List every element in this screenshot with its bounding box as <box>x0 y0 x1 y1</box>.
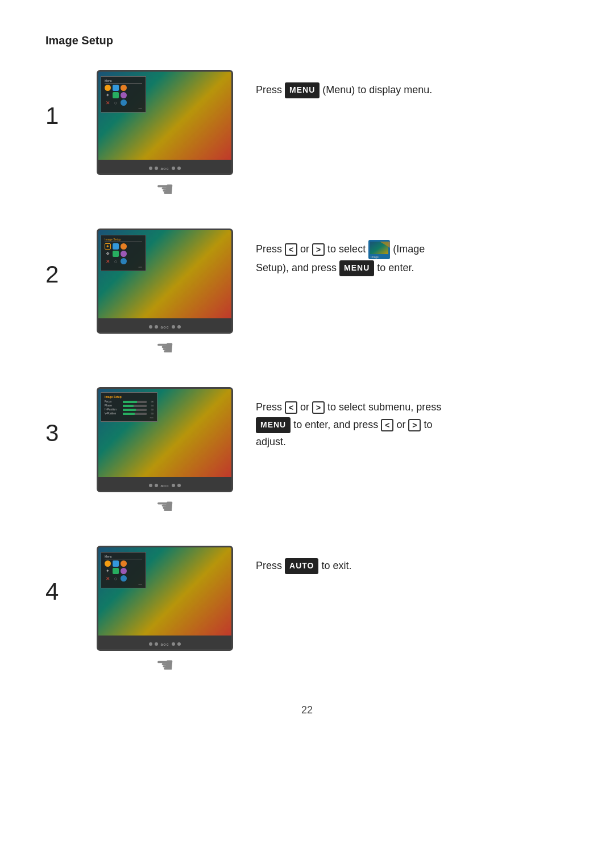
monitor-4-bottom: aoc <box>98 636 231 651</box>
step-1-rest: (Menu) to display menu. <box>322 84 432 95</box>
step-3-adjust: adjust. <box>256 436 286 447</box>
image-setup-icon: Image <box>368 240 390 259</box>
menu-key-2: MENU <box>339 260 374 276</box>
monitor-2: Image Setup ✦ ❖ ✕ ○ aoc <box>97 229 233 334</box>
step-4-description: Press AUTO to exit. <box>256 546 569 575</box>
step-1-visual: Menu ✦ ✕ ○ aoc <box>91 70 239 201</box>
step-3-or1: or <box>300 401 312 413</box>
monitor-1-screen: Menu ✦ ✕ ○ aoc <box>98 72 231 160</box>
hand-pointer-4: ☚ <box>156 653 174 677</box>
submenu-overlay: Image Setup Focus 56 Phase <box>101 392 157 422</box>
step-3-to: to <box>424 419 432 430</box>
monitor-2-screen: Image Setup ✦ ❖ ✕ ○ aoc <box>98 230 231 318</box>
step-4-to-exit: to exit. <box>321 560 351 571</box>
menu-overlay-1: Menu ✦ ✕ ○ aoc <box>101 76 146 113</box>
hand-pointer-1: ☚ <box>156 177 174 201</box>
monitor-2-bottom: aoc <box>98 318 231 334</box>
step-4-number: 4 <box>45 580 74 604</box>
monitor-1-bottom: aoc <box>98 160 231 175</box>
right-arrow-3b: > <box>408 419 421 431</box>
step-2-image-setup-label: (Image <box>393 243 425 255</box>
monitor-3-bottom: aoc <box>98 477 231 492</box>
page-container: Image Setup 1 Menu ✦ <box>0 0 614 762</box>
left-arrow-3b: < <box>381 419 393 431</box>
step-3-description: Press < or > to select submenu, press ME… <box>256 387 569 451</box>
menu-key-1: MENU <box>285 82 320 98</box>
step-2-description: Press < or > to select <box>256 229 569 277</box>
step-2-or: or <box>300 243 309 255</box>
step-1-press: Press <box>256 84 282 95</box>
step-4-press: Press <box>256 560 282 571</box>
monitor-4: Menu ✦ ✕ ○ aoc <box>97 546 233 651</box>
step-1-number: 1 <box>45 104 74 128</box>
step-3-number: 3 <box>45 421 74 445</box>
step-2-setup-label: Setup), and press <box>256 262 339 273</box>
step-3-to-enter: to enter, and press <box>293 419 381 430</box>
step-3-row: 3 Image Setup Focus 56 Phase <box>45 387 569 518</box>
step-4-row: 4 Menu ✦ ✕ ○ <box>45 546 569 677</box>
step-2-to-enter: to enter. <box>377 262 414 273</box>
auto-key: AUTO <box>285 558 318 574</box>
left-arrow-2: < <box>285 243 297 256</box>
page-number: 22 <box>45 704 569 716</box>
monitor-3-screen: Image Setup Focus 56 Phase <box>98 389 231 477</box>
right-arrow-3a: > <box>312 401 325 414</box>
left-arrow-3a: < <box>285 401 297 414</box>
step-2-visual: Image Setup ✦ ❖ ✕ ○ aoc <box>91 229 239 360</box>
step-2-to-select: to select <box>327 243 368 255</box>
hand-pointer-3: ☚ <box>156 495 174 518</box>
step-2-press: Press <box>256 243 282 255</box>
menu-overlay-4: Menu ✦ ✕ ○ aoc <box>101 552 146 588</box>
monitor-4-screen: Menu ✦ ✕ ○ aoc <box>98 547 231 636</box>
menu-key-3: MENU <box>256 417 291 433</box>
step-3-press: Press <box>256 401 282 413</box>
hand-pointer-2: ☚ <box>156 336 174 360</box>
step-2-number: 2 <box>45 263 74 286</box>
right-arrow-2: > <box>312 243 325 256</box>
monitor-1: Menu ✦ ✕ ○ aoc <box>97 70 233 175</box>
step-2-row: 2 Image Setup ✦ ❖ ✕ ○ <box>45 229 569 360</box>
step-1-description: Press MENU (Menu) to display menu. <box>256 70 569 99</box>
svg-text:Image: Image <box>371 255 379 259</box>
page-title: Image Setup <box>45 34 569 47</box>
monitor-3: Image Setup Focus 56 Phase <box>97 387 233 492</box>
step-4-visual: Menu ✦ ✕ ○ aoc <box>91 546 239 677</box>
step-1-row: 1 Menu ✦ ✕ ○ <box>45 70 569 201</box>
menu-overlay-2: Image Setup ✦ ❖ ✕ ○ aoc <box>101 235 146 271</box>
step-3-or2: or <box>396 419 408 430</box>
step-3-visual: Image Setup Focus 56 Phase <box>91 387 239 518</box>
step-3-to-select-sub: to select submenu, press <box>327 401 441 413</box>
